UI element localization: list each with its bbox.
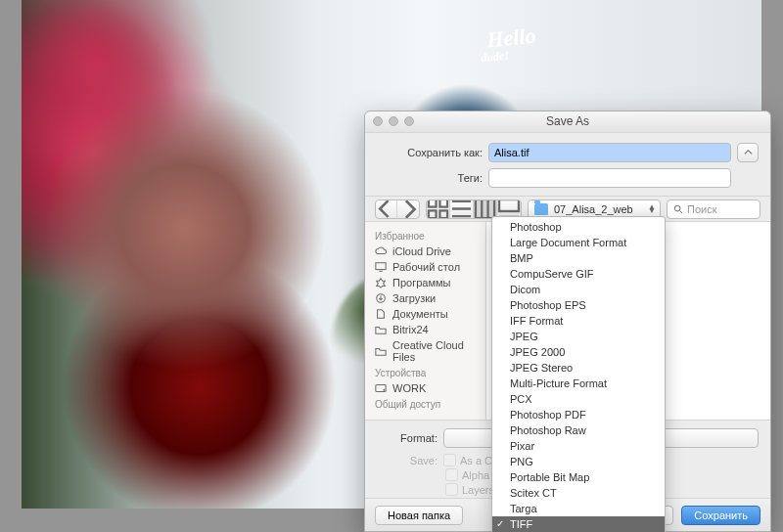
format-option[interactable]: Photoshop PDF [492, 407, 665, 422]
sidebar-item-icloud[interactable]: iCloud Drive [365, 244, 485, 259]
svg-rect-0 [429, 200, 437, 207]
updown-icon: ▲▼ [648, 205, 656, 213]
filename-input[interactable] [488, 143, 731, 162]
back-button[interactable] [376, 200, 397, 218]
tags-label: Теги: [377, 172, 483, 184]
svg-point-6 [674, 205, 680, 211]
format-option[interactable]: CompuServe GIF [492, 266, 665, 282]
format-option[interactable]: JPEG [492, 329, 665, 344]
format-dropdown-menu[interactable]: PhotoshopLarge Document FormatBMPCompuSe… [491, 216, 666, 532]
applications-icon [375, 277, 387, 288]
tags-input[interactable] [488, 168, 731, 188]
chevron-left-icon [376, 200, 396, 219]
chevron-up-icon [744, 148, 753, 156]
svg-point-10 [384, 390, 385, 391]
sidebar-item-label: Документы [392, 308, 448, 320]
sidebar-item-desktop[interactable]: Рабочий стол [365, 259, 485, 275]
format-option[interactable]: Targa [492, 501, 665, 516]
format-option[interactable]: PNG [492, 454, 665, 469]
cloud-icon [375, 245, 387, 257]
search-placeholder: Поиск [687, 203, 716, 215]
documents-icon [375, 308, 387, 320]
sidebar-item-label: Bitrix24 [392, 324, 429, 335]
svg-rect-5 [499, 200, 519, 211]
sidebar-item-label: Загрузки [392, 292, 436, 304]
forward-button[interactable] [397, 200, 419, 218]
search-icon [673, 204, 683, 214]
sidebar-item-label: iCloud Drive [392, 245, 451, 257]
sidebar-item-label: WORK [392, 382, 426, 394]
sidebar-item-ccfiles[interactable]: Creative Cloud Files [365, 337, 485, 365]
nav-back-forward [375, 200, 420, 219]
sidebar-group-devices: Устройства [365, 365, 485, 380]
sidebar-item-documents[interactable]: Документы [365, 306, 485, 322]
format-option[interactable]: Photoshop [492, 219, 665, 235]
format-option[interactable]: Multi-Picture Format [492, 376, 665, 391]
sidebar-group-shared: Общий доступ [365, 396, 485, 412]
folder-icon [375, 324, 387, 335]
format-option[interactable]: JPEG 2000 [492, 344, 665, 360]
format-option[interactable]: Pixar [492, 438, 665, 454]
downloads-icon [375, 292, 387, 304]
save-as-label: Сохранить как: [377, 147, 483, 158]
chevron-right-icon [397, 200, 419, 219]
disclosure-toggle[interactable] [737, 143, 759, 162]
format-option[interactable]: PCX [492, 391, 665, 407]
format-option[interactable]: TIFF [492, 516, 665, 532]
view-list-button[interactable] [450, 200, 474, 218]
header-fields: Сохранить как: Теги: [365, 133, 770, 196]
view-coverflow-button[interactable] [497, 200, 521, 218]
format-option[interactable]: Scitex CT [492, 485, 665, 501]
format-option[interactable]: Photoshop Raw [492, 422, 665, 438]
view-columns-button[interactable] [474, 200, 497, 218]
svg-rect-1 [439, 200, 447, 207]
file-browser: Избранное iCloud Drive Рабочий стол Прог… [365, 221, 770, 421]
format-option[interactable]: Large Document Format [492, 235, 665, 250]
sidebar-item-work[interactable]: WORK [365, 380, 485, 396]
sidebar: Избранное iCloud Drive Рабочий стол Прог… [365, 222, 486, 420]
sidebar-item-apps[interactable]: Программы [365, 275, 485, 290]
grid-icon [427, 200, 449, 219]
sidebar-item-downloads[interactable]: Загрузки [365, 290, 485, 306]
sidebar-item-bitrix[interactable]: Bitrix24 [365, 322, 485, 337]
format-label: Format: [377, 432, 438, 444]
svg-rect-4 [476, 200, 494, 218]
folder-icon [534, 203, 548, 215]
disk-icon [375, 382, 387, 394]
hat-text: Hello dude! [485, 22, 538, 65]
format-option[interactable]: Photoshop EPS [492, 297, 665, 313]
desktop-icon [375, 261, 387, 273]
svg-rect-2 [429, 210, 437, 218]
current-folder-label: 07_Alisa_2_web [554, 203, 633, 215]
format-option[interactable]: JPEG Stereo [492, 360, 665, 376]
search-field[interactable]: Поиск [667, 200, 760, 219]
save-options-label: Save: [377, 455, 438, 466]
format-option[interactable]: Portable Bit Map [492, 469, 665, 485]
sidebar-item-label: Программы [392, 277, 450, 288]
folder-icon [375, 345, 387, 357]
format-option[interactable]: IFF Format [492, 313, 665, 329]
sidebar-item-label: Creative Cloud Files [392, 339, 476, 363]
sidebar-group-favorites: Избранное [365, 228, 485, 244]
format-option[interactable]: Dicom [492, 282, 665, 297]
new-folder-button[interactable]: Новая папка [375, 506, 463, 525]
titlebar: Save As [365, 111, 770, 133]
svg-rect-7 [376, 263, 386, 270]
view-icons-button[interactable] [427, 200, 450, 218]
dialog-title: Save As [365, 114, 770, 128]
list-icon [450, 200, 473, 219]
format-option[interactable]: BMP [492, 250, 665, 266]
save-as-dialog: Save As Сохранить как: Теги: [364, 111, 771, 532]
save-button[interactable]: Сохранить [681, 506, 760, 525]
sidebar-item-label: Рабочий стол [392, 261, 460, 273]
svg-rect-3 [439, 210, 447, 218]
